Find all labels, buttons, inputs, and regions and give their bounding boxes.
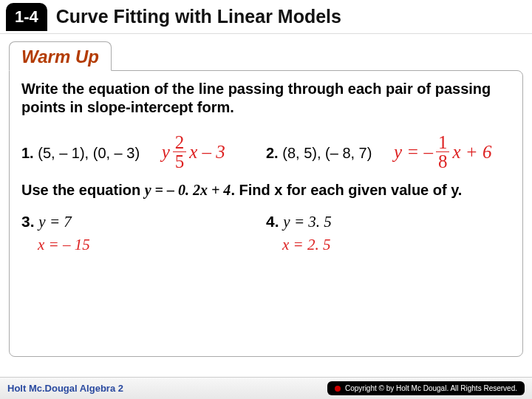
instr2-pre: Use the equation: [21, 182, 145, 198]
answer-tail: x + 6: [452, 142, 491, 163]
problem-4-answer: x = 2. 5: [282, 236, 511, 254]
problem-2-label: 2.: [266, 145, 279, 161]
problem-1-answer: y 2 5 x – 3: [162, 133, 225, 171]
problems-row-2: 3. y = 7 x = – 15 4. y = 3. 5 x = 2. 5: [21, 213, 511, 254]
slide-footer: Holt Mc.Dougal Algebra 2 Copyright © by …: [0, 377, 532, 399]
problem-3: 3. y = 7 x = – 15: [21, 213, 266, 254]
problem-1: 1. (5, – 1), (0, – 3) y 2 5 x – 3: [21, 130, 266, 177]
problem-2-points: (8, 5), (– 8, 7): [282, 145, 372, 161]
instr2-equation: y = – 0. 2x + 4: [145, 182, 231, 198]
fraction-num: 1: [436, 133, 450, 152]
book-title: Holt Mc.Dougal Algebra 2: [7, 383, 123, 394]
content-panel: Write the equation of the line passing t…: [9, 70, 523, 357]
problem-3-label: 3.: [21, 213, 35, 230]
problem-3-given: y = 7: [38, 213, 72, 231]
fraction: 2 5: [173, 133, 187, 171]
copyright-text: Copyright © by Holt Mc Dougal. All Right…: [345, 384, 517, 392]
fraction-num: 2: [173, 133, 187, 152]
instructions-1: Write the equation of the line passing t…: [21, 80, 511, 117]
problem-1-label: 1.: [21, 145, 34, 161]
slide-header: 1-4 Curve Fitting with Linear Models: [0, 0, 532, 34]
slide-title: Curve Fitting with Linear Models: [56, 6, 341, 27]
copyright-badge: Copyright © by Holt Mc Dougal. All Right…: [327, 381, 525, 395]
publisher-logo-icon: [335, 386, 341, 392]
problem-4: 4. y = 3. 5 x = 2. 5: [266, 213, 511, 254]
section-tab-bar: Warm Up: [9, 41, 523, 71]
instructions-2: Use the equation y = – 0. 2x + 4. Find x…: [21, 181, 511, 200]
fraction: 1 8: [436, 133, 450, 171]
chapter-tab: 1-4: [6, 3, 47, 31]
problem-3-answer: x = – 15: [38, 236, 266, 254]
answer-pre: y = –: [394, 142, 433, 163]
warm-up-tab: Warm Up: [9, 41, 112, 71]
fraction-den: 5: [173, 152, 187, 171]
instr2-post: . Find x for each given value of y.: [231, 182, 462, 198]
answer-tail: x – 3: [189, 142, 225, 163]
problem-4-label: 4.: [266, 213, 279, 230]
problem-2-answer: y = – 1 8 x + 6: [394, 133, 491, 171]
problem-1-points: (5, – 1), (0, – 3): [38, 145, 140, 161]
problem-2: 2. (8, 5), (– 8, 7) y = – 1 8 x + 6: [266, 130, 511, 177]
fraction-den: 8: [436, 152, 450, 171]
answer-y-var: y: [162, 142, 170, 163]
problems-row-1: 1. (5, – 1), (0, – 3) y 2 5 x – 3 2. (8,…: [21, 130, 511, 177]
problem-4-given: y = 3. 5: [283, 213, 332, 231]
